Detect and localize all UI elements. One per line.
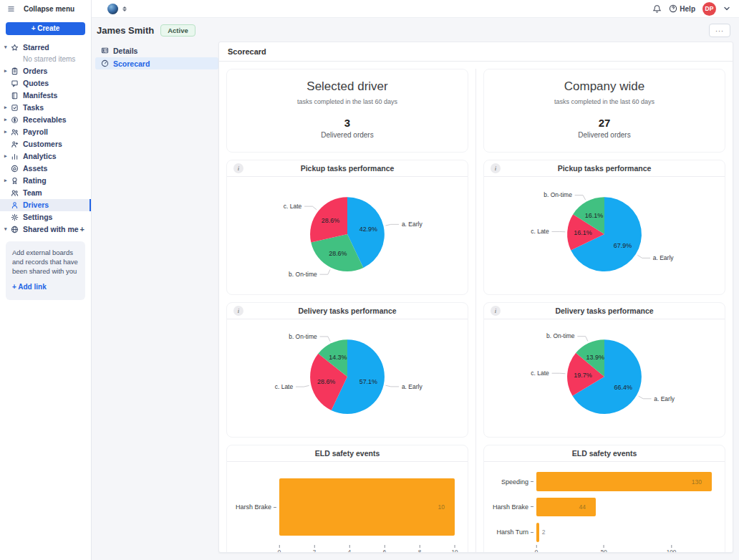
stats-subtitle: tasks completed in the last 60 days xyxy=(234,98,460,105)
bar-track: 10 xyxy=(279,469,455,545)
app-window: Collapse menu + Create ▾ Starred No star… xyxy=(0,0,739,560)
sidebar-item-receivables[interactable]: ▸ Receivables xyxy=(0,114,91,126)
sidebar-item-settings[interactable]: Settings xyxy=(0,211,91,223)
payroll-icon xyxy=(11,128,19,136)
user-avatar[interactable]: DP xyxy=(702,2,716,16)
chevron-down-icon[interactable] xyxy=(723,5,730,12)
help-button[interactable]: Help xyxy=(669,4,695,13)
collapse-menu-button[interactable]: Collapse menu xyxy=(0,0,91,18)
eld-safety-card-selected: ELD safety events Harsh Brake 10 0246810 xyxy=(226,445,468,552)
x-axis-tick: 100 xyxy=(667,545,676,552)
stats-card-selected-driver: Selected driver tasks completed in the l… xyxy=(226,69,468,153)
sidebar-item-rating[interactable]: ▸ Rating xyxy=(0,175,91,187)
bar-chart-eld-selected: Harsh Brake 10 0246810 xyxy=(227,462,468,552)
sidebar-item-payroll[interactable]: ▸ Payroll xyxy=(0,126,91,138)
pie-percent-label: 57.1% xyxy=(359,378,377,385)
sidebar-item-analytics[interactable]: ▸ Analytics xyxy=(0,150,91,163)
pie-leader-line xyxy=(639,396,652,399)
workspace-avatar xyxy=(107,4,118,14)
pie-category-label: c. Late xyxy=(275,383,294,390)
stats-title: Company wide xyxy=(491,79,718,94)
pie-leader-line xyxy=(385,224,399,226)
pie-leader-line xyxy=(577,337,588,342)
sidebar-item-shared-with-me[interactable]: ▾ Shared with me + xyxy=(0,223,91,236)
topbar: Help DP xyxy=(92,0,739,18)
pie-leader-line xyxy=(385,385,399,387)
bar: 44 xyxy=(536,498,596,517)
bar-value-label: 130 xyxy=(692,478,702,486)
pie-percent-label: 13.9% xyxy=(586,354,604,361)
sidebar-item-customers[interactable]: Customers xyxy=(0,138,91,150)
add-shared-board-icon[interactable]: + xyxy=(80,225,87,233)
more-actions-button[interactable]: ··· xyxy=(709,24,730,37)
delivered-orders-count: 3 xyxy=(234,117,460,129)
settings-gear-icon xyxy=(11,213,19,221)
chart-title: Pickup tasks performance xyxy=(301,164,395,173)
category-tick xyxy=(531,532,533,533)
create-button[interactable]: + Create xyxy=(6,22,85,35)
info-icon[interactable]: i xyxy=(491,163,501,173)
add-link-button[interactable]: + Add link xyxy=(12,282,79,292)
chevron-right-icon[interactable]: ▸ xyxy=(4,68,11,74)
sidebar-item-drivers[interactable]: Drivers xyxy=(0,199,91,211)
main-area: Help DP James Smith Active ··· Details S… xyxy=(92,0,739,560)
pie-category-label: c. Late xyxy=(531,228,549,235)
pie-category-label: a. Early xyxy=(402,383,423,390)
bar-row: Harsh Brake 10 xyxy=(233,469,455,545)
sidebar-item-quotes[interactable]: Quotes xyxy=(0,77,91,90)
sidebar-item-tasks[interactable]: ▸ Tasks xyxy=(0,102,91,114)
collapse-menu-label: Collapse menu xyxy=(24,5,74,13)
tab-details[interactable]: Details xyxy=(95,44,218,57)
pie-percent-label: 67.9% xyxy=(614,242,632,249)
info-icon[interactable]: i xyxy=(491,306,501,316)
rating-icon xyxy=(11,177,19,185)
workspace-switcher[interactable] xyxy=(107,4,127,14)
chart-title: ELD safety events xyxy=(572,449,637,458)
tab-scorecard[interactable]: Scorecard xyxy=(95,57,218,69)
page-header: James Smith Active ··· xyxy=(92,18,739,42)
pie-percent-label: 42.9% xyxy=(359,226,377,233)
chevron-down-icon[interactable]: ▾ xyxy=(4,226,11,232)
pie-leader-line xyxy=(575,195,586,201)
bar: 130 xyxy=(536,472,712,491)
pie-category-label: b. On-time xyxy=(289,271,317,278)
chevron-right-icon[interactable]: ▸ xyxy=(4,153,11,159)
sidebar-item-team[interactable]: Team xyxy=(0,187,91,199)
chart-title: ELD safety events xyxy=(315,449,380,458)
sidebar-item-orders[interactable]: ▸ Orders xyxy=(0,65,91,77)
sidebar-item-starred[interactable]: ▾ Starred xyxy=(0,42,91,54)
pie-percent-label: 28.6% xyxy=(329,250,347,257)
chevron-right-icon[interactable]: ▸ xyxy=(4,105,11,110)
pie-category-label: b. On-time xyxy=(544,191,572,198)
analytics-icon xyxy=(11,153,19,160)
bar-chart-eld-company: Speeding 130 Harsh Brake 44 Harsh Turn 2… xyxy=(484,462,725,552)
workspace-sort-icon xyxy=(122,6,127,11)
delivered-orders-label: Delivered orders xyxy=(234,131,460,139)
pie-chart-delivery-selected: 57.1%a. Early28.6%c. Late14.3%b. On-time xyxy=(227,319,468,437)
question-circle-icon xyxy=(669,4,677,13)
tasks-icon xyxy=(11,104,19,112)
bar-track: 2 xyxy=(536,520,712,545)
category-tick xyxy=(531,481,533,482)
shared-boards-note: Add external boards and records that hav… xyxy=(12,248,79,276)
pie-percent-label: 16.1% xyxy=(585,212,603,219)
pie-category-label: a. Early xyxy=(653,254,675,261)
stats-subtitle: tasks completed in the last 60 days xyxy=(491,98,718,105)
hamburger-icon xyxy=(7,5,15,13)
chevron-right-icon[interactable]: ▸ xyxy=(4,117,11,122)
shared-boards-note-card: Add external boards and records that hav… xyxy=(6,241,85,301)
info-icon[interactable]: i xyxy=(233,163,243,173)
chevron-right-icon[interactable]: ▸ xyxy=(4,178,11,183)
pie-category-label: a. Early xyxy=(654,395,675,402)
chevron-down-icon[interactable]: ▾ xyxy=(4,44,11,50)
pie-leader-line xyxy=(296,385,309,387)
sidebar-item-manifests[interactable]: Manifests xyxy=(0,90,91,102)
sidebar-item-assets[interactable]: Assets xyxy=(0,163,91,175)
x-axis-tick: 0 xyxy=(535,545,538,552)
receivables-icon xyxy=(11,116,19,124)
bar-row: Harsh Brake 44 xyxy=(490,494,712,519)
chevron-right-icon[interactable]: ▸ xyxy=(4,129,11,135)
notifications-bell-icon[interactable] xyxy=(652,4,662,14)
delivery-performance-card-company: i Delivery tasks performance 66.4%a. Ear… xyxy=(483,302,725,438)
info-icon[interactable]: i xyxy=(233,306,243,316)
